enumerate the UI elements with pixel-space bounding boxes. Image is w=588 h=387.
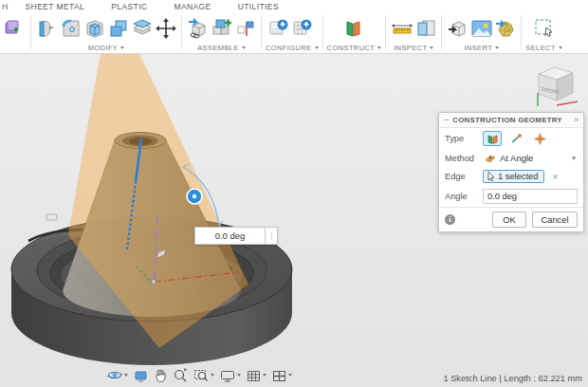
grid-button[interactable] <box>245 368 268 383</box>
configure-group-label[interactable]: CONFIGURE <box>266 43 319 53</box>
caret-down-icon <box>430 46 433 49</box>
select-group-label[interactable]: SELECT <box>525 43 562 53</box>
look-at-button[interactable] <box>132 368 150 383</box>
type-plane-button[interactable] <box>483 131 502 146</box>
toolbar-separator <box>261 15 262 49</box>
pan-button[interactable] <box>152 367 169 383</box>
toolbar-group-modify: MODIFY <box>32 13 180 53</box>
toolbar-group-insert: INSERT <box>443 13 520 53</box>
floating-angle-input: 0.0 deg ⁞ <box>194 227 278 245</box>
angle-label: Angle <box>445 192 483 201</box>
press-pull-icon[interactable] <box>35 16 59 41</box>
new-component-icon[interactable] <box>210 16 233 41</box>
toolbar-group-configure: CONFIGURE <box>263 13 322 53</box>
orbit-button[interactable] <box>105 367 130 383</box>
fillet-icon[interactable] <box>59 16 83 41</box>
navigation-toolbar <box>105 367 294 383</box>
combine-icon[interactable] <box>106 16 130 41</box>
capture-position-icon[interactable] <box>233 16 257 41</box>
viewports-button[interactable] <box>270 368 294 383</box>
caret-down-icon <box>242 46 246 49</box>
cursor-icon <box>487 172 495 181</box>
insert-mesh-icon[interactable] <box>493 16 517 41</box>
tab-plastic[interactable]: PLASTIC <box>98 2 160 11</box>
view-cube[interactable]: FRONT <box>529 62 580 111</box>
method-value: At Angle <box>500 153 533 163</box>
construct-group-label[interactable]: CONSTRUCT <box>327 43 382 53</box>
tab-manage[interactable]: MANAGE <box>160 2 224 11</box>
type-row: Type <box>439 128 583 149</box>
select-icon[interactable] <box>532 16 556 41</box>
ok-button[interactable]: OK <box>492 212 526 228</box>
caret-down-icon <box>237 374 241 377</box>
shell-icon[interactable] <box>83 16 106 41</box>
caret-down-icon: ▾ <box>572 154 576 162</box>
look-at-icon <box>134 369 148 382</box>
type-label: Type <box>445 134 483 143</box>
toolbar-separator <box>385 15 386 49</box>
edge-tag-glyph <box>46 214 57 220</box>
cancel-button[interactable]: Cancel <box>532 212 578 228</box>
orbit-icon <box>107 368 122 382</box>
toolbar-separator <box>521 15 522 49</box>
3d-viewport[interactable]: FRONT − CONSTRUCTION GEOMETRY » Type <box>0 54 588 387</box>
toolbar-separator <box>322 15 323 49</box>
insert-derive-icon[interactable] <box>446 16 469 41</box>
zoom-button[interactable] <box>171 367 190 383</box>
angle-input[interactable]: 0.0 deg <box>483 189 578 204</box>
configuration-table-icon[interactable] <box>292 16 316 41</box>
chevron-double-right-icon[interactable]: » <box>574 116 579 124</box>
configuration-icon[interactable] <box>268 16 292 41</box>
insert-component-icon[interactable] <box>186 16 210 41</box>
display-settings-icon <box>220 369 235 382</box>
origin-point[interactable] <box>151 279 156 284</box>
info-icon[interactable]: i <box>445 214 455 225</box>
main-toolbar: MODIFY ASSEMBLE <box>0 13 588 54</box>
edge-row: Edge 1 selected × <box>439 167 583 186</box>
zoom-icon <box>173 368 188 382</box>
move-copy-icon[interactable] <box>154 16 177 41</box>
collapse-icon[interactable]: − <box>444 116 449 124</box>
assemble-group-label[interactable]: ASSEMBLE <box>197 43 246 53</box>
toolbar-group-inspect: INSPECT <box>387 13 440 53</box>
drag-grip-icon[interactable]: ⁞ <box>266 227 278 245</box>
canvas-icon[interactable] <box>469 16 493 41</box>
angle-value-field[interactable]: 0.0 deg <box>194 227 266 245</box>
method-label: Method <box>445 154 483 163</box>
method-dropdown[interactable]: At Angle ▾ <box>483 152 578 164</box>
insert-group-label[interactable]: INSERT <box>464 43 499 53</box>
measure-icon[interactable] <box>390 16 413 41</box>
window-zoom-icon <box>193 368 209 382</box>
toolbar-separator <box>441 15 442 49</box>
caret-down-icon <box>124 374 128 377</box>
type-point-button[interactable] <box>530 131 549 146</box>
split-body-icon[interactable] <box>130 16 154 41</box>
toolbar-separator <box>30 15 31 49</box>
caret-down-icon <box>120 46 124 49</box>
caret-down-icon <box>263 374 266 377</box>
caret-down-icon <box>288 374 292 377</box>
edge-selection-count: 1 selected <box>498 172 538 181</box>
inspect-group-label[interactable]: INSPECT <box>394 43 433 53</box>
modify-group-label[interactable]: MODIFY <box>88 43 125 53</box>
construct-plane-icon[interactable] <box>342 16 366 41</box>
clear-selection-icon[interactable]: × <box>552 172 558 182</box>
create-mesh-icon[interactable] <box>3 16 27 41</box>
toolbar-separator <box>181 15 182 49</box>
caret-down-icon <box>377 46 381 49</box>
grid-icon <box>247 369 261 382</box>
section-analysis-icon[interactable] <box>413 16 437 41</box>
window-zoom-button[interactable] <box>192 367 216 383</box>
type-axis-button[interactable] <box>506 131 525 146</box>
tab-utilities[interactable]: UTILITIES <box>225 2 292 11</box>
dialog-header[interactable]: − CONSTRUCTION GEOMETRY » <box>439 113 583 128</box>
toolbar-group-assemble: ASSEMBLE <box>183 13 260 53</box>
tab-mesh-clipped[interactable]: H <box>0 2 12 11</box>
tab-sheet-metal[interactable]: SHEET METAL <box>12 2 99 11</box>
viewcube-x-axis <box>557 101 578 105</box>
display-settings-button[interactable] <box>218 368 243 383</box>
caret-down-icon <box>559 46 562 49</box>
caret-down-icon <box>495 46 499 49</box>
edge-selection-button[interactable]: 1 selected <box>483 170 544 183</box>
dialog-title: CONSTRUCTION GEOMETRY <box>452 116 574 124</box>
